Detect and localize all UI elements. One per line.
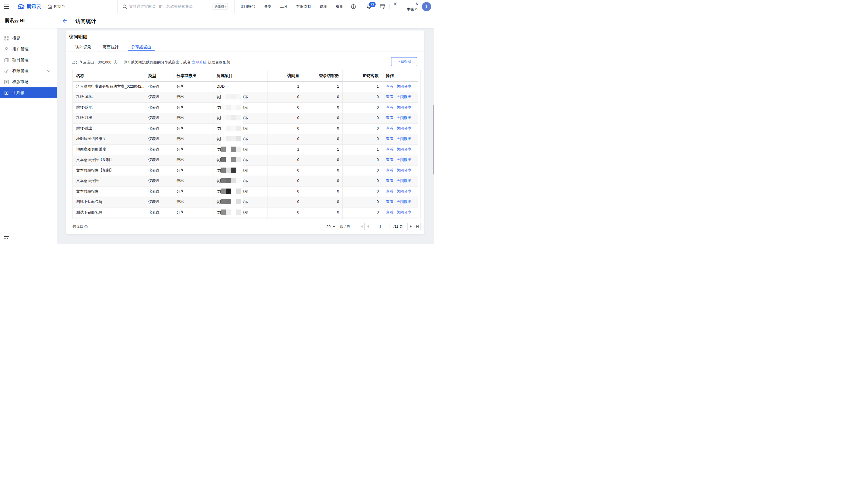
download-data-button[interactable]: 下载数据 xyxy=(391,57,417,66)
table-footer: 共 211 条 20 条 / 页 1 /11 页 xyxy=(72,222,421,230)
cell-mode: 分享 xyxy=(177,186,213,197)
close-embed-link[interactable]: 关闭嵌出 xyxy=(397,199,411,204)
cell-ip-visitors: 0 xyxy=(342,155,379,165)
sidebar-item-模版市场[interactable]: 模版市场 xyxy=(0,76,57,87)
cell-login-visitors: 0 xyxy=(303,92,339,102)
view-link[interactable]: 查看 xyxy=(386,136,394,141)
current-page-input[interactable]: 1 xyxy=(371,223,390,230)
cell-name: 文本总结报告【复制】 xyxy=(76,165,145,176)
first-page-icon xyxy=(360,225,363,228)
cell-mode: 分享 xyxy=(177,102,213,113)
close-share-link[interactable]: 关闭分享 xyxy=(397,105,411,109)
topnav-menu-item[interactable]: 客服支持 xyxy=(296,4,311,9)
topnav-menu-item[interactable]: 工具 xyxy=(280,4,288,9)
support-button[interactable] xyxy=(351,4,356,9)
view-link[interactable]: 查看 xyxy=(386,168,394,172)
view-link[interactable]: 查看 xyxy=(386,210,394,215)
sidebar: 腾讯云 BI 概览用户管理项目管理权限管理模版市场工具箱 xyxy=(0,13,57,244)
console-link[interactable]: 控制台 xyxy=(48,0,65,13)
tencent-cloud-logo[interactable]: 腾讯云 xyxy=(18,0,41,13)
account-info[interactable]: 106 主账号 xyxy=(393,2,418,11)
cell-project: 勿演示 xyxy=(217,134,267,144)
table-row: 跳转-跳出仪表盘嵌出勿演示000查看关闭嵌出 xyxy=(73,113,418,123)
cell-visits: 0 xyxy=(267,175,300,186)
support-icon xyxy=(351,4,356,9)
tab-页面统计[interactable]: 页面统计 xyxy=(103,43,119,52)
hamburger-menu-button[interactable] xyxy=(4,0,9,13)
topnav-menu-item[interactable]: 费用 xyxy=(336,4,343,9)
close-embed-link[interactable]: 关闭嵌出 xyxy=(397,95,411,99)
close-embed-link[interactable]: 关闭嵌出 xyxy=(397,158,411,162)
view-link[interactable]: 查看 xyxy=(386,95,394,99)
column-divider xyxy=(173,70,174,82)
privacy-mosaic xyxy=(221,165,243,176)
cell-ip-visitors: 0 xyxy=(342,113,379,123)
close-share-link[interactable]: 关闭分享 xyxy=(397,147,411,152)
sidebar-item-项目管理[interactable]: 项目管理 xyxy=(0,55,57,66)
close-share-link[interactable]: 关闭分享 xyxy=(397,84,411,89)
sidebar-item-用户管理[interactable]: 用户管理 xyxy=(0,44,57,55)
avatar[interactable]: 1 xyxy=(422,2,431,11)
quota-info-icon[interactable] xyxy=(114,60,117,64)
console-settings-button[interactable] xyxy=(380,4,385,9)
view-link[interactable]: 查看 xyxy=(386,147,394,152)
last-page-icon xyxy=(416,225,419,228)
page-scrollbar-thumb[interactable] xyxy=(433,105,434,174)
page-size-select[interactable]: 20 条 / 页 xyxy=(327,224,350,229)
search-input[interactable] xyxy=(129,4,201,9)
sidebar-item-工具箱[interactable]: 工具箱 xyxy=(0,87,57,98)
cell-visits: 0 xyxy=(267,186,300,197)
topnav-menu-item[interactable]: 备案 xyxy=(264,4,272,9)
cell-ip-visitors: 0 xyxy=(342,123,379,134)
view-link[interactable]: 查看 xyxy=(386,84,394,89)
view-link[interactable]: 查看 xyxy=(386,105,394,109)
share-embed-table: 名称类型分享或嵌出所属项目访问量登录访客数IP访客数操作泛互联网行业BI分析解决… xyxy=(72,70,421,219)
table-row: 地图底图切换维度仪表盘嵌出勿演示000查看关闭嵌出 xyxy=(73,134,418,144)
table-row: 跳转-跳出仪表盘分享勿演示000查看关闭分享 xyxy=(73,123,418,134)
cell-name: 文本总结报告 xyxy=(76,175,145,186)
view-link[interactable]: 查看 xyxy=(386,116,394,120)
next-page-button[interactable] xyxy=(407,223,414,230)
cell-visits: 0 xyxy=(267,134,300,144)
quota-desc-after: 获取更多配额 xyxy=(208,60,230,64)
search-icon xyxy=(123,4,127,9)
topnav-menu-item[interactable]: 试用 xyxy=(320,4,327,9)
notifications-button[interactable]: 72 xyxy=(367,4,371,9)
close-share-link[interactable]: 关闭分享 xyxy=(397,189,411,193)
last-page-button[interactable] xyxy=(414,223,421,230)
page-size-value: 20 xyxy=(327,224,331,229)
row-separator xyxy=(73,218,418,218)
view-link[interactable]: 查看 xyxy=(386,199,394,204)
view-link[interactable]: 查看 xyxy=(386,189,394,193)
upgrade-link[interactable]: 立即升级 xyxy=(192,60,207,64)
cell-mode: 嵌出 xyxy=(177,197,213,207)
column-divider xyxy=(145,70,145,82)
close-share-link[interactable]: 关闭分享 xyxy=(397,168,411,172)
sidebar-item-label: 工具箱 xyxy=(12,90,25,95)
sidebar-item-概览[interactable]: 概览 xyxy=(0,33,57,44)
view-link[interactable]: 查看 xyxy=(386,158,394,162)
user-icon xyxy=(4,47,9,52)
first-page-button[interactable] xyxy=(358,223,365,230)
cell-actions: 查看关闭分享 xyxy=(386,82,418,92)
notification-count-badge[interactable]: 72 xyxy=(369,2,376,7)
next-page-icon xyxy=(410,225,412,228)
cell-mode: 嵌出 xyxy=(177,92,213,102)
view-link[interactable]: 查看 xyxy=(386,126,394,130)
tab-分享或嵌出[interactable]: 分享或嵌出 xyxy=(131,43,151,52)
prev-page-button[interactable] xyxy=(364,223,371,230)
close-share-link[interactable]: 关闭分享 xyxy=(397,210,411,215)
close-embed-link[interactable]: 关闭嵌出 xyxy=(397,116,411,120)
close-embed-link[interactable]: 关闭嵌出 xyxy=(397,136,411,141)
tab-访问记录[interactable]: 访问记录 xyxy=(75,43,91,52)
toolbox-icon xyxy=(4,91,9,95)
topnav-menu-item[interactable]: 集团账号 xyxy=(241,4,255,9)
close-embed-link[interactable]: 关闭嵌出 xyxy=(397,178,411,183)
view-link[interactable]: 查看 xyxy=(386,178,394,183)
back-button[interactable] xyxy=(63,19,67,23)
close-share-link[interactable]: 关闭分享 xyxy=(397,126,411,130)
table-row: 跳转-落地仪表盘分享勿演示000查看关闭分享 xyxy=(73,102,418,113)
sidebar-collapse-button[interactable] xyxy=(4,236,9,241)
sidebar-item-权限管理[interactable]: 权限管理 xyxy=(0,66,57,76)
cell-login-visitors: 0 xyxy=(303,155,339,165)
